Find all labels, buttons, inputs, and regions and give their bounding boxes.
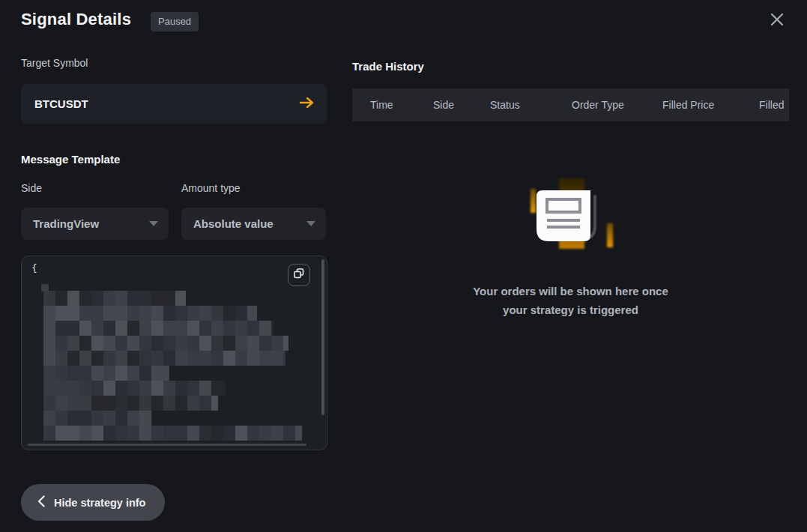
redacted-pixel xyxy=(91,291,103,306)
redacted-pixel xyxy=(163,351,175,366)
hide-strategy-info-button[interactable]: Hide strategy info xyxy=(21,484,165,521)
redacted-pixel xyxy=(115,306,127,321)
redacted-row xyxy=(43,321,302,336)
redacted-pixel xyxy=(139,396,151,411)
redacted-pixel xyxy=(55,396,67,411)
redacted-pixel xyxy=(67,321,79,336)
redacted-row xyxy=(43,366,302,381)
vertical-scrollbar[interactable] xyxy=(321,259,324,415)
redacted-pixel xyxy=(187,321,199,336)
redacted-pixel xyxy=(175,306,187,321)
redacted-pixel xyxy=(211,336,223,351)
redacted-pixel xyxy=(55,381,67,396)
redacted-pixel xyxy=(127,336,139,351)
redacted-pixel xyxy=(211,351,223,366)
redacted-pixel xyxy=(151,291,163,306)
column-header-order-type: Order Type xyxy=(572,99,624,111)
amount-type-dropdown[interactable]: Absolute value xyxy=(181,208,326,240)
redacted-pixel xyxy=(79,381,91,396)
trade-history-empty-state: Your orders will be shown here once your… xyxy=(352,177,789,319)
redacted-pixel xyxy=(175,291,186,306)
redacted-pixel xyxy=(283,336,288,351)
redacted-row xyxy=(43,336,302,351)
redacted-pixel xyxy=(91,396,103,411)
redacted-pixel xyxy=(151,336,163,351)
redacted-pixel xyxy=(247,351,259,366)
redacted-pixel xyxy=(199,426,211,441)
redacted-pixel xyxy=(55,411,67,426)
redacted-pixel xyxy=(55,426,67,441)
redacted-pixel xyxy=(211,396,218,411)
redacted-pixel xyxy=(43,291,55,306)
redacted-pixel xyxy=(43,351,55,366)
redacted-pixel xyxy=(163,336,175,351)
left-wick-bar xyxy=(531,189,536,213)
redacted-pixel xyxy=(127,411,139,426)
target-symbol-field[interactable]: BTCUSDT xyxy=(21,84,327,124)
redacted-pixel xyxy=(187,351,199,366)
redacted-pixel xyxy=(127,321,139,336)
message-template-title: Message Template xyxy=(21,153,120,166)
column-header-status: Status xyxy=(490,99,520,111)
redacted-pixel xyxy=(43,396,55,411)
redacted-pixel xyxy=(247,321,259,336)
redacted-pixel xyxy=(199,396,211,411)
redacted-pixel xyxy=(175,426,187,441)
target-symbol-value: BTCUSDT xyxy=(34,97,88,110)
side-dropdown[interactable]: TradingView xyxy=(21,208,169,240)
redacted-pixel xyxy=(271,351,283,366)
redacted-pixel xyxy=(127,396,139,411)
redacted-pixel xyxy=(103,426,115,441)
redacted-pixel xyxy=(43,306,55,321)
redacted-pixel xyxy=(127,291,139,306)
redacted-pixel xyxy=(151,366,163,381)
redacted-pixel xyxy=(151,411,152,426)
copy-button[interactable] xyxy=(288,264,310,286)
redacted-pixel xyxy=(163,366,169,381)
redacted-pixel xyxy=(115,381,127,396)
redacted-pixel xyxy=(163,396,175,411)
redacted-pixel xyxy=(91,366,103,381)
redacted-pixel xyxy=(79,306,91,321)
column-header-side: Side xyxy=(433,99,454,111)
redacted-pixel xyxy=(223,381,226,396)
redacted-pixel xyxy=(115,336,127,351)
redacted-pixel xyxy=(283,351,285,366)
redacted-pixel xyxy=(91,306,103,321)
redacted-pixel xyxy=(115,351,127,366)
redacted-pixel xyxy=(271,336,283,351)
redacted-pixel xyxy=(103,336,115,351)
redacted-pixel xyxy=(67,291,79,306)
empty-orders-illustration xyxy=(352,177,789,261)
redacted-pixel xyxy=(91,321,103,336)
redacted-pixel xyxy=(283,426,295,441)
side-dropdown-value: TradingView xyxy=(33,217,149,230)
redacted-pixel xyxy=(115,291,127,306)
close-button[interactable] xyxy=(766,10,788,32)
chevron-down-icon xyxy=(306,221,315,226)
redacted-pixel xyxy=(91,381,103,396)
redacted-row xyxy=(43,426,302,441)
side-label: Side xyxy=(21,182,42,194)
redacted-pixel xyxy=(211,321,223,336)
redacted-pixel xyxy=(103,396,115,411)
redacted-pixel xyxy=(115,396,127,411)
column-header-time: Time xyxy=(370,99,393,111)
redacted-pixel xyxy=(259,321,271,336)
redacted-pixel xyxy=(259,351,271,366)
redacted-pixel xyxy=(163,426,175,441)
redacted-pixel xyxy=(79,366,91,381)
redacted-pixel xyxy=(67,336,79,351)
redacted-pixel xyxy=(115,366,127,381)
message-template-code-editor[interactable]: { xyxy=(21,256,327,450)
arrow-right-icon[interactable] xyxy=(299,97,314,112)
redacted-pixel xyxy=(139,336,151,351)
code-open-brace: { xyxy=(31,262,37,273)
redacted-pixel xyxy=(271,321,273,336)
redacted-pixel xyxy=(223,321,235,336)
redacted-pixel xyxy=(43,411,55,426)
redacted-pixel xyxy=(55,291,67,306)
redacted-pixel xyxy=(127,366,139,381)
redacted-pixel xyxy=(163,321,175,336)
redacted-pixel xyxy=(235,321,247,336)
